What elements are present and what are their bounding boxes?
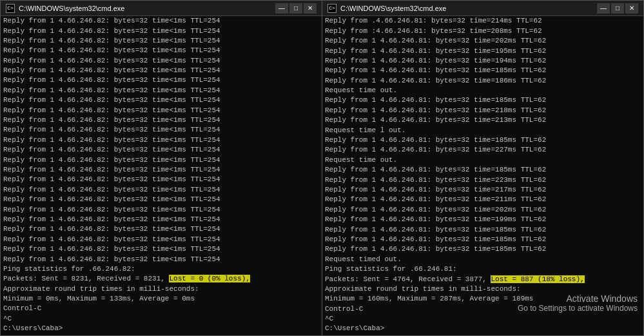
output-line: Reply from 1 4.66.246.81: bytes=32 time=… — [325, 135, 641, 145]
title-text-left: C:\WINDOWS\system32\cmd.exe — [19, 5, 270, 12]
output-line: Reply from 1 4.66.246.82: bytes=32 time<… — [3, 16, 319, 26]
output-line: Reply from 1 4.66.246.81: bytes=32 time=… — [325, 165, 641, 175]
output-line: Request time l out. — [325, 126, 641, 135]
output-line: Reply from 1 4.66.246.81: bytes=32 time=… — [325, 66, 641, 75]
output-line: Reply from 1 4.66.246.82: bytes=32 time<… — [3, 145, 319, 155]
output-line: Reply from 1 4.66.246.81: bytes=32 time=… — [325, 244, 641, 254]
output-line: Reply from 1 4.66.246.82: bytes=32 time<… — [3, 26, 319, 36]
output-line: Reply from 1 4.66.246.82: bytes=32 time<… — [3, 95, 319, 105]
title-bar-right[interactable]: C> C:\WINDOWS\system32\cmd.exe — □ ✕ — [322, 1, 643, 16]
window-controls-left: — □ ✕ — [275, 3, 317, 14]
output-line: Reply from 1 4.66.246.81: bytes=32 time=… — [325, 36, 641, 46]
output-line: Reply from 1 4.66.246.82: bytes=32 time<… — [3, 86, 319, 95]
output-line: Reply from 1 4.66.246.82: bytes=32 time<… — [3, 46, 319, 55]
output-line: Reply from 1 4.66.246.81: bytes=32 time=… — [325, 175, 641, 185]
output-line: Reply from 1 4.66.246.82: bytes=32 time<… — [3, 205, 319, 215]
stats-packets-left: Packets: Sent = 8231, Received = 8231, L… — [3, 274, 319, 284]
output-line: Reply from .4.66.246.81: bytes=32 time=2… — [325, 16, 641, 26]
output-line: Reply from 1 4.66.246.81: bytes=32 time=… — [325, 46, 641, 56]
output-line: Reply from :4.66.246.81: bytes=32 time=2… — [325, 26, 641, 36]
output-line: Reply from 1 4.66.246.82: bytes=32 time<… — [3, 155, 319, 165]
footer-line: ^C — [3, 314, 319, 324]
output-line: Reply from 1 4.66.246.82: bytes=32 time<… — [3, 125, 319, 135]
output-line: Reply from 1 4.66.246.81: bytes=32 time=… — [325, 215, 641, 224]
close-btn-right[interactable]: ✕ — [625, 3, 638, 14]
output-line: Reply from 1 4.66.246.81: bytes=32 time=… — [325, 235, 641, 244]
output-line: Request time out. — [325, 155, 641, 165]
minimize-btn-left[interactable]: — — [275, 3, 288, 14]
output-line: Reply from 1 4.66.246.82: bytes=32 time<… — [3, 175, 319, 184]
cmd-window-right: C> C:\WINDOWS\system32\cmd.exe — □ ✕ Rep… — [322, 0, 644, 336]
stats-approx-left: Approximate round trip times in milli-se… — [3, 284, 319, 294]
output-line: Reply from 1 4.66.246.81: bytes=32 time=… — [325, 106, 641, 115]
stats-minmax-right: Minimum = 160ms, Maximum = 287ms, Averag… — [325, 294, 641, 304]
cmd-icon-right: C> — [327, 4, 337, 13]
minimize-btn-right[interactable]: — — [597, 3, 610, 14]
stats-header-right: Ping statistics for .66.246.81: — [325, 264, 641, 274]
output-line: Reply from 1 4.66.246.82: bytes=32 time<… — [3, 75, 319, 85]
footer-line: Control-C — [3, 304, 319, 313]
output-line: Reply from 1 4.66.246.81: bytes=32 time=… — [325, 195, 641, 204]
stats-section-right: Ping statistics for .66.246.81: Packets:… — [325, 264, 641, 304]
maximize-btn-left[interactable]: □ — [289, 3, 302, 14]
output-line: Reply from 1 4.66.246.82: bytes=32 time<… — [3, 165, 319, 175]
output-line: Reply from 1 4.66.246.82: bytes=32 time<… — [3, 255, 319, 264]
output-line: Reply from 1 4.66.246.81: bytes=32 time=… — [325, 76, 641, 86]
footer-line: Control-C — [325, 304, 641, 314]
output-line: Reply from 1 4.66.246.82: bytes=32 time<… — [3, 115, 319, 125]
output-line: Reply from 1 4.66.246.82: bytes=32 time<… — [3, 235, 319, 244]
output-line: Request time out. — [325, 86, 641, 95]
output-line: Reply from 1 4.66.246.82: bytes=32 time<… — [3, 56, 319, 66]
output-line: Reply from 1 4.66.246.82: bytes=32 time<… — [3, 66, 319, 75]
output-line: Reply from 1 4.66.246.81: bytes=32 time=… — [325, 225, 641, 235]
close-btn-left[interactable]: ✕ — [304, 3, 317, 14]
output-line: Reply from 1 4.66.246.82: bytes=32 time<… — [3, 244, 319, 254]
output-line: Reply from 1 4.66.246.82: bytes=32 time<… — [3, 195, 319, 204]
cmd-icon-left: C> — [6, 4, 15, 13]
stats-minmax-left: Minimum = 0ms, Maximum = 133ms, Average … — [3, 294, 319, 304]
footer-line: ^C — [325, 314, 641, 324]
output-line: Reply from 1 4.66.246.82: bytes=32 time<… — [3, 135, 319, 145]
maximize-btn-right[interactable]: □ — [611, 3, 624, 14]
stats-approx-right: Approximate round trip times in milli-se… — [325, 284, 641, 294]
output-line: Reply from 1 4.66.246.82: bytes=32 time<… — [3, 36, 319, 46]
output-line: Request timed out. — [325, 255, 641, 264]
output-line: Reply from 1 4.66.246.82: bytes=32 time<… — [3, 224, 319, 234]
output-line: Reply from 1 4.66.246.81: bytes=32 time=… — [325, 56, 641, 66]
cmd-body-right: Reply from 1 4.66.246.81: bytes=32 time=… — [322, 16, 643, 335]
stats-section-left: Ping statistics for .66.246.82: Packets:… — [3, 264, 319, 304]
cmd-body-left: Reply from 1 4.66.246.82: bytes=32 time=… — [1, 16, 322, 335]
footer-line: C:\Users\Caba> — [3, 324, 319, 333]
title-text-right: C:\WINDOWS\system32\cmd.exe — [340, 5, 592, 12]
cmd-window-left: C> C:\WINDOWS\system32\cmd.exe — □ ✕ Rep… — [0, 0, 322, 336]
stats-header-left: Ping statistics for .66.246.82: — [3, 264, 319, 274]
stats-lost-right: Lost = 887 (18% loss), — [491, 275, 584, 283]
output-line: Reply from 1 4.66.246.82: bytes=32 time<… — [3, 106, 319, 115]
output-line: Reply from 1 4.66.246.81: bytes=32 time=… — [325, 145, 641, 155]
output-line: Reply from 1 4.66.246.82: bytes=32 time<… — [3, 215, 319, 224]
window-controls-right: — □ ✕ — [597, 3, 638, 14]
output-line: Reply from 1 4.66.246.81: bytes=32 time=… — [325, 205, 641, 215]
output-line: Reply from 1 4.66.246.81: bytes=32 time=… — [325, 95, 641, 105]
output-line: Reply from 1 4.66.246.82: bytes=32 time<… — [3, 185, 319, 195]
output-line: Reply from 1 4.66.246.81: bytes=32 time=… — [325, 185, 641, 195]
output-line: Reply from 1 4.66.246.81: bytes=32 time=… — [325, 115, 641, 125]
footer-line: C:\Users\Caba> — [325, 324, 641, 333]
stats-lost-left: Lost = 0 (0% loss), — [169, 275, 249, 282]
title-bar-left[interactable]: C> C:\WINDOWS\system32\cmd.exe — □ ✕ — [1, 1, 322, 16]
stats-packets-right: Packets: Sent = 4764, Received = 3877, L… — [325, 275, 641, 284]
